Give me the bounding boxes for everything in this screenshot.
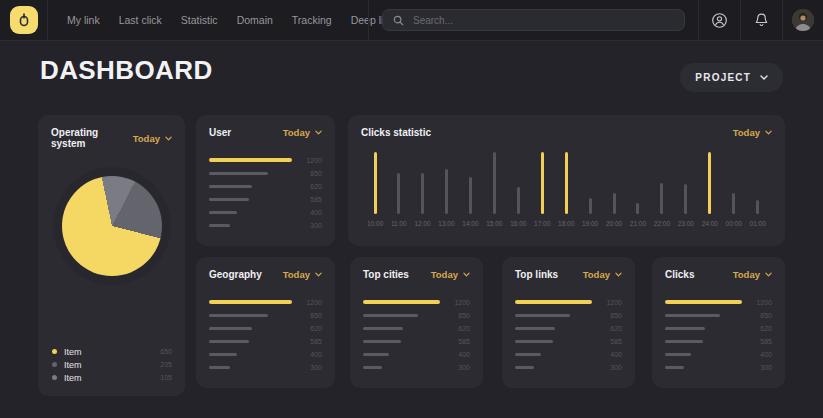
vbar [756,200,759,214]
hbar-row: 585 [209,197,322,201]
card-operating-system: Operating system Today Item 650 Item 205 [38,115,185,396]
vbar-column: 22:00 [654,152,670,227]
chevron-down-icon [760,75,768,80]
time-label: 11:00 [391,220,407,227]
vbar-column: 10:00 [367,152,383,227]
vbar-column: 01:00 [750,152,766,227]
project-dropdown-button[interactable]: PROJECT [680,63,783,92]
link-icon [19,13,29,27]
time-label: 24:00 [702,220,718,227]
bar-value: 585 [440,338,470,345]
time-label: 17:00 [534,220,550,227]
vbar [517,187,520,214]
bar-value: 1200 [742,299,772,306]
hbar-row: 400 [665,352,772,356]
legend-value: 205 [160,361,172,368]
bar-value: 620 [440,325,470,332]
nav-item-statistic[interactable]: Statistic [181,14,218,26]
vbar-column: 19:00 [582,152,598,227]
search-box[interactable] [382,9,685,31]
vbar-column: 24:00 [702,152,718,227]
card-title: Top links [515,269,558,280]
bar-value: 400 [742,351,772,358]
time-label: 14:00 [462,220,478,227]
account-button[interactable] [699,0,740,40]
chevron-down-icon [315,272,322,277]
hbar-chart: 1200 850 620 585 400 300 [209,300,322,369]
vbar-column: 12:00 [414,152,430,227]
legend-dot [52,362,57,367]
time-label: 01:00 [750,220,766,227]
vbar [493,152,496,214]
time-label: 00:00 [726,220,742,227]
chevron-down-icon [315,130,322,135]
vbar-column: 21:00 [630,152,646,227]
card-title: Geography [209,269,262,280]
hbar [209,314,268,317]
hbar [515,340,553,343]
hbar [209,224,230,227]
time-label: 20:00 [606,220,622,227]
vbar [445,169,448,214]
hbar-row: 850 [363,313,470,317]
account-circle-icon [711,12,728,29]
hbar-chart: 1200 850 620 585 400 300 [665,300,772,369]
bar-value: 620 [292,183,322,190]
user-avatar[interactable] [792,9,814,31]
vbar-column: 11:00 [391,152,407,227]
today-filter[interactable]: Today [583,269,622,280]
today-filter[interactable]: Today [733,269,772,280]
nav-item-tracking[interactable]: Tracking [292,14,332,26]
hbar-row: 620 [515,326,622,330]
card-geography: Geography Today 1200 850 620 585 400 300 [196,257,335,388]
hbar-row: 850 [209,171,322,175]
hbar [515,353,541,356]
card-title: Operating system [51,127,133,149]
hbar-row: 585 [515,339,622,343]
today-filter-label: Today [583,269,610,280]
bar-value: 1200 [292,299,322,306]
vbar [636,203,639,214]
search-icon [393,15,404,26]
hbar-row: 620 [363,326,470,330]
vbar [732,193,735,214]
hbar-row: 585 [209,339,322,343]
today-filter[interactable]: Today [133,133,172,144]
today-filter[interactable]: Today [283,269,322,280]
notifications-button[interactable] [741,0,782,40]
vbar-chart: 10:00 11:00 12:00 13:00 14:00 15:00 16:0… [361,152,772,227]
today-filter-label: Today [733,269,760,280]
hbar-chart: 1200 850 620 585 400 300 [363,300,470,369]
nav-item-domain[interactable]: Domain [237,14,273,26]
card-header: Clicks statistic Today [361,127,772,138]
bar-value: 300 [742,364,772,371]
bar-value: 850 [592,312,622,319]
hbar [665,327,705,330]
search-input[interactable] [411,14,674,27]
vbar-column: 17:00 [534,152,550,227]
app-logo[interactable] [10,6,38,34]
today-filter[interactable]: Today [431,269,470,280]
hbar [665,366,684,369]
hbar [515,300,592,304]
os-pie-chart [62,176,162,276]
today-filter-label: Today [431,269,458,280]
hbar-chart: 1200 850 620 585 400 300 [515,300,622,369]
hbar-row: 400 [209,352,322,356]
today-filter[interactable]: Today [283,127,322,138]
chevron-down-icon [615,272,622,277]
today-filter[interactable]: Today [733,127,772,138]
time-label: 16:00 [510,220,526,227]
time-label: 22:00 [654,220,670,227]
card-clicks-statistic: Clicks statistic Today 10:00 11:00 12:00… [348,115,785,246]
time-label: 18:00 [558,220,574,227]
avatar-area [783,0,823,40]
time-label: 10:00 [367,220,383,227]
pie-legend: Item 650 Item 205 Item 105 [52,347,172,382]
nav-item-last-click[interactable]: Last click [119,14,162,26]
bar-value: 620 [742,325,772,332]
nav-item-my-link[interactable]: My link [67,14,100,26]
bar-value: 850 [292,312,322,319]
hbar [363,353,389,356]
vbar-column: 20:00 [606,152,622,227]
